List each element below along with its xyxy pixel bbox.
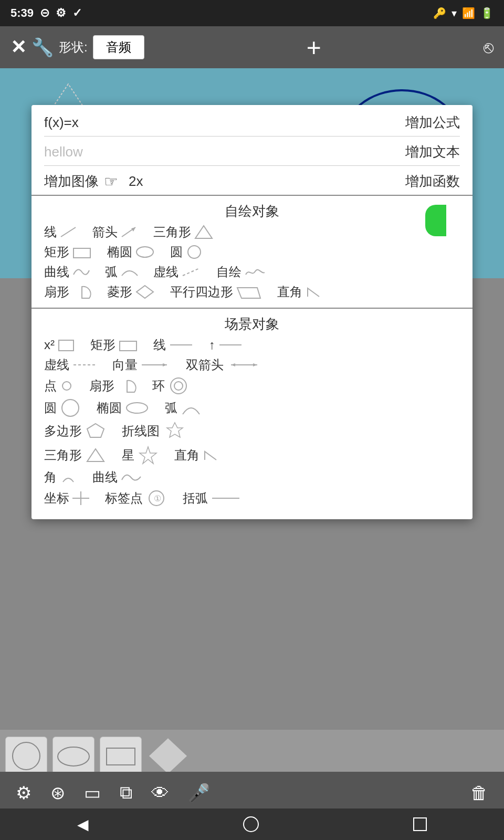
green-handle[interactable] — [425, 205, 446, 236]
scene-rect-label: 矩形 — [90, 337, 116, 353]
scene-item-rect[interactable]: 矩形 — [90, 337, 139, 353]
svg-rect-12 — [120, 341, 136, 351]
scene-vector-label: 向量 — [112, 356, 138, 373]
draw-item-right-angle[interactable]: 直角 — [277, 284, 323, 300]
svg-marker-27 — [167, 423, 183, 437]
back-button[interactable]: ◀ — [77, 816, 89, 833]
draw-item-curve[interactable]: 曲线 — [44, 264, 90, 280]
scene-item-line[interactable]: 线 — [153, 337, 194, 353]
svg-line-8 — [183, 268, 200, 276]
scene-item-triangle[interactable]: 三角形 — [44, 447, 107, 464]
scene-item-polygon[interactable]: 多边形 — [44, 422, 107, 440]
settings-icon: ⚙ — [56, 6, 66, 20]
copy-button[interactable]: ⧉ — [120, 782, 132, 803]
draw-item-arrow[interactable]: 箭头 — [92, 224, 139, 240]
draw-item-circle[interactable]: 圆 — [170, 244, 204, 260]
scene-curve-icon — [120, 469, 143, 485]
draw-item-line[interactable]: 线 — [44, 224, 78, 240]
scene-arc-icon — [180, 400, 203, 416]
scene-item-right-angle[interactable]: 直角 — [174, 447, 220, 464]
scene-row-2: 虚线 向量 双箭头 — [44, 356, 460, 373]
mic-button[interactable]: 🎤 — [188, 782, 210, 803]
draw-item-rectangle[interactable]: 矩形 — [44, 244, 92, 260]
scene-coords-label: 坐标 — [44, 490, 69, 507]
scene-item-vector[interactable]: 向量 — [112, 356, 171, 373]
scene-item-bracket[interactable]: 括弧 — [183, 490, 242, 507]
scene-right-angle-icon — [202, 447, 220, 463]
scene-item-label-point[interactable]: 标签点 ① — [105, 489, 168, 508]
scene-item-circle[interactable]: 圆 — [44, 398, 82, 417]
export-button[interactable]: ⎋ — [484, 38, 494, 57]
svg-point-23 — [174, 382, 183, 390]
thumb-rect2-icon — [102, 742, 139, 771]
diamond-label: 菱形 — [107, 284, 132, 300]
scene-item-coords[interactable]: 坐标 — [44, 490, 90, 507]
svg-point-35 — [13, 742, 40, 770]
scene-sector-icon — [117, 377, 138, 394]
scene-item-point[interactable]: 点 — [44, 377, 75, 394]
scene-item-double-arrow[interactable]: 双箭头 — [186, 356, 262, 373]
draw-item-sector[interactable]: 扇形 — [44, 284, 92, 300]
svg-line-1 — [61, 227, 76, 237]
text-input-area[interactable]: hellow — [44, 144, 405, 160]
scene-dashed-label: 虚线 — [44, 356, 69, 373]
formula-input-area[interactable]: f(x)=x — [44, 114, 405, 131]
status-bar: 5:39 ⊝ ⚙ ✓ 🔑 ▾ 📶 🔋 — [0, 0, 504, 26]
parallelogram-label: 平行四边形 — [170, 284, 233, 300]
scene-section-title: 场景对象 — [44, 309, 460, 337]
trash-button[interactable]: 🗑 — [470, 783, 488, 803]
scene-item-ring[interactable]: 环 — [152, 376, 190, 395]
thumb-diamond[interactable] — [147, 737, 189, 776]
add-image-label[interactable]: 增加图像 — [44, 172, 99, 191]
scene-ring-icon — [167, 376, 190, 395]
scene-row-5: 多边形 折线图 — [44, 421, 460, 442]
add-formula-button[interactable]: 增加公式 — [405, 113, 460, 132]
svg-marker-28 — [87, 449, 104, 461]
add-function-button[interactable]: 增加函数 — [405, 172, 460, 191]
thumb-ellipse[interactable] — [52, 737, 94, 776]
draw-item-diamond[interactable]: 菱形 — [107, 284, 155, 300]
scene-item-star[interactable]: 星 — [122, 445, 160, 466]
scene-line-icon — [168, 340, 194, 350]
scene-item-angle[interactable]: 角 — [44, 469, 78, 486]
screen-button[interactable]: ▭ — [84, 782, 101, 803]
svg-marker-20 — [253, 363, 257, 366]
scene-item-ellipse[interactable]: 椭圆 — [97, 400, 150, 416]
svg-marker-29 — [140, 447, 156, 464]
formula-text: f(x)=x — [44, 114, 79, 131]
thumb-circle[interactable] — [5, 737, 47, 776]
scene-item-dashed[interactable]: 虚线 — [44, 356, 98, 373]
settings-button[interactable]: ⚙ — [16, 782, 32, 803]
svg-rect-11 — [59, 340, 74, 351]
svg-point-21 — [62, 382, 71, 390]
scene-item-polyline[interactable]: 折线图 — [122, 421, 188, 442]
nav-bar: ◀ — [0, 808, 504, 840]
audio-button[interactable]: 音频 — [93, 35, 144, 59]
recent-button[interactable] — [413, 817, 427, 831]
add-text-button[interactable]: 增加文本 — [405, 143, 460, 161]
svg-point-25 — [127, 403, 148, 413]
draw-objects-section: 自绘对象 线 箭头 三角形 矩形 椭圆 — [32, 196, 472, 309]
draw-item-freehand[interactable]: 自绘 — [216, 264, 267, 280]
draw-item-ellipse[interactable]: 椭圆 — [107, 244, 155, 260]
scene-item-x2[interactable]: x² — [44, 337, 76, 353]
scene-item-arc[interactable]: 弧 — [165, 400, 203, 416]
scene-item-sector[interactable]: 扇形 — [89, 377, 138, 394]
eye-button[interactable]: 👁 — [151, 783, 169, 803]
close-button[interactable]: ✕ — [10, 36, 26, 58]
draw-item-arc[interactable]: 弧 — [105, 264, 139, 280]
scene-item-up-arrow[interactable]: ↑ — [209, 338, 244, 352]
thumb-rect2[interactable] — [100, 737, 142, 776]
draw-item-dashed[interactable]: 虚线 — [153, 264, 202, 280]
scene-angle-label: 角 — [44, 469, 57, 486]
arc-label: 弧 — [105, 264, 118, 280]
scene-up-icon — [217, 340, 244, 350]
draw-item-triangle[interactable]: 三角形 — [153, 224, 214, 240]
scene-bracket-icon — [210, 493, 242, 503]
scene-item-curve[interactable]: 曲线 — [92, 469, 143, 486]
filter-button[interactable]: ⊛ — [50, 782, 65, 803]
scene-triangle-icon — [84, 447, 107, 464]
home-button[interactable] — [243, 816, 259, 832]
draw-item-parallelogram[interactable]: 平行四边形 — [170, 284, 262, 300]
add-button[interactable]: + — [307, 33, 321, 62]
